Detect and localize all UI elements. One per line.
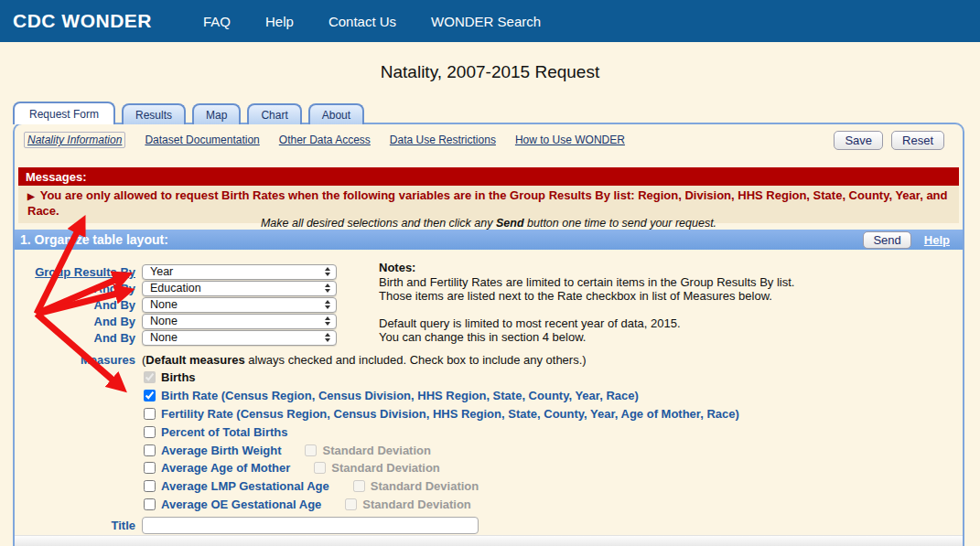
measure-row-avg-oe-gestational-age: Average OE Gestational Age Standard Devi… — [144, 496, 963, 514]
tab-about[interactable]: About — [308, 103, 364, 124]
and-by-select-3[interactable]: None — [142, 314, 337, 329]
nav-link-wonder-search[interactable]: WONDER Search — [431, 14, 541, 29]
measures-list: Births Birth Rate (Census Region, Census… — [144, 369, 963, 513]
fertility-rate-checkbox[interactable] — [144, 408, 156, 420]
birth-rate-checkbox[interactable] — [144, 390, 156, 401]
tab-map[interactable]: Map — [192, 103, 241, 124]
nav-link-faq[interactable]: FAQ — [203, 14, 231, 29]
tab-results[interactable]: Results — [122, 103, 186, 124]
avg-age-of-mother-checkbox[interactable] — [144, 462, 156, 474]
cdc-wonder-logo[interactable]: CDC WONDER — [13, 10, 152, 32]
group-results-by-select[interactable]: Year — [142, 264, 337, 280]
tab-request-form[interactable]: Request Form — [13, 102, 115, 124]
notes-block: Notes: Birth and Fertility Rates are lim… — [379, 261, 794, 346]
measure-row-birth-rate: Birth Rate (Census Region, Census Divisi… — [144, 387, 963, 405]
avg-birth-weight-sd-label: Standard Deviation — [305, 444, 430, 457]
measures-hint: (Default measures always checked and inc… — [142, 353, 587, 367]
messages-header: Messages: — [18, 167, 959, 186]
fertility-rate-checkbox-label[interactable]: Fertility Rate (Census Region, Census Di… — [144, 407, 739, 421]
nav-link-help[interactable]: Help — [265, 14, 294, 29]
tab-chart[interactable]: Chart — [247, 103, 301, 124]
measure-row-fertility-rate: Fertility Rate (Census Region, Census Di… — [144, 405, 963, 423]
avg-oe-gestational-age-checkbox-label[interactable]: Average OE Gestational Age — [144, 498, 321, 511]
group-results-by-label[interactable]: Group Results By — [24, 265, 135, 279]
and-by-label-1: And By — [24, 282, 135, 295]
avg-birth-weight-sd-checkbox — [305, 444, 317, 456]
toolbar: Natality Information Dataset Documentati… — [15, 129, 963, 151]
avg-lmp-sd-label: Standard Deviation — [353, 479, 479, 493]
title-input[interactable] — [142, 517, 479, 534]
page-title: Natality, 2007-2015 Request — [0, 62, 980, 82]
messages-section: Messages: ▶You are only allowed to reque… — [18, 167, 959, 223]
select-spinner-icon — [325, 300, 330, 309]
top-navbar: CDC WONDER FAQ Help Contact Us WONDER Se… — [0, 0, 980, 42]
births-checkbox-label: Births — [144, 370, 196, 384]
avg-birth-weight-checkbox[interactable] — [144, 444, 156, 456]
nav-link-contact-us[interactable]: Contact Us — [328, 14, 396, 29]
link-natality-information[interactable]: Natality Information — [24, 132, 125, 148]
and-by-select-2[interactable]: None — [142, 297, 337, 313]
avg-birth-weight-checkbox-label[interactable]: Average Birth Weight — [144, 444, 281, 457]
avg-age-of-mother-sd-label: Standard Deviation — [314, 461, 439, 475]
measures-label: Measures — [24, 353, 135, 367]
measures-header: Measures (Default measures always checke… — [24, 352, 963, 367]
measure-row-avg-lmp-gestational-age: Average LMP Gestational Age Standard Dev… — [144, 477, 963, 496]
toolbar-buttons: Save Reset — [834, 131, 944, 150]
group-by-selects: Group Results By Year And By Education A… — [24, 261, 364, 346]
save-button[interactable]: Save — [834, 131, 883, 150]
panel-bottom-strip — [15, 535, 963, 546]
link-other-data-access[interactable]: Other Data Access — [279, 134, 371, 146]
title-row: Title — [24, 517, 963, 534]
and-by-select-4[interactable]: None — [142, 330, 337, 346]
and-by-select-1[interactable]: Education — [142, 281, 337, 296]
toolbar-links: Natality Information Dataset Documentati… — [24, 132, 625, 148]
percent-total-births-checkbox-label[interactable]: Percent of Total Births — [144, 425, 287, 439]
request-form-panel: Natality Information Dataset Documentati… — [13, 123, 964, 546]
avg-lmp-gestational-age-checkbox[interactable] — [144, 480, 156, 492]
avg-oe-gestational-age-checkbox[interactable] — [144, 498, 156, 510]
instruction-text: Make all desired selections and then cli… — [15, 217, 963, 230]
avg-age-of-mother-checkbox-label[interactable]: Average Age of Mother — [144, 461, 290, 475]
link-dataset-documentation[interactable]: Dataset Documentation — [145, 134, 259, 146]
section-1-header: 1. Organize table layout: Send Help — [15, 230, 963, 250]
avg-lmp-gestational-age-checkbox-label[interactable]: Average LMP Gestational Age — [144, 479, 329, 493]
table-layout-form: Group Results By Year And By Education A… — [15, 261, 963, 534]
link-data-use-restrictions[interactable]: Data Use Restrictions — [390, 134, 496, 146]
section-1-title: 1. Organize table layout: — [20, 232, 168, 247]
reset-button[interactable]: Reset — [891, 131, 944, 150]
send-button[interactable]: Send — [863, 231, 910, 249]
avg-oe-sd-label: Standard Deviation — [345, 498, 470, 511]
births-checkbox — [144, 371, 156, 383]
measure-row-births: Births — [144, 369, 963, 387]
message-text: You are only allowed to request Birth Ra… — [27, 188, 948, 218]
avg-oe-sd-checkbox — [345, 498, 357, 510]
and-by-label-2: And By — [24, 298, 135, 312]
notes-title: Notes: — [379, 261, 794, 275]
select-spinner-icon — [325, 267, 330, 276]
select-spinner-icon — [325, 284, 330, 293]
avg-age-of-mother-sd-checkbox — [314, 462, 326, 474]
measure-row-avg-age-of-mother: Average Age of Mother Standard Deviation — [144, 459, 963, 477]
measure-row-percent-total-births: Percent of Total Births — [144, 423, 963, 441]
avg-lmp-sd-checkbox — [353, 480, 365, 492]
measure-row-avg-birth-weight: Average Birth Weight Standard Deviation — [144, 441, 963, 459]
message-bullet-icon: ▶ — [27, 191, 35, 201]
percent-total-births-checkbox[interactable] — [144, 426, 156, 438]
select-spinner-icon — [325, 333, 330, 342]
select-spinner-icon — [325, 316, 330, 326]
link-how-to-use-wonder[interactable]: How to Use WONDER — [515, 134, 625, 146]
title-label: Title — [24, 519, 135, 532]
birth-rate-checkbox-label[interactable]: Birth Rate (Census Region, Census Divisi… — [144, 389, 639, 402]
top-nav-links: FAQ Help Contact Us WONDER Search — [203, 14, 541, 29]
and-by-label-3: And By — [24, 315, 135, 328]
help-link[interactable]: Help — [924, 233, 950, 247]
tab-bar: Request Form Results Map Chart About — [13, 102, 364, 124]
and-by-label-4: And By — [24, 331, 135, 345]
